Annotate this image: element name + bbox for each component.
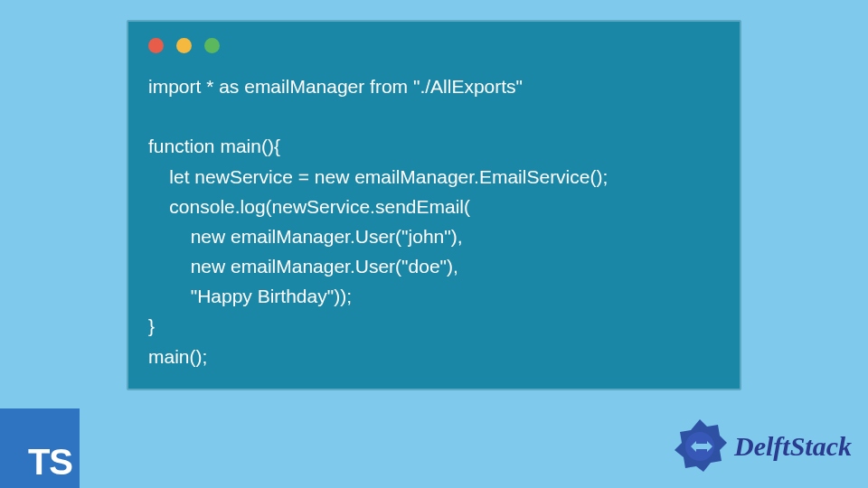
code-block: import * as emailManager from "./AllExpo…: [148, 71, 720, 371]
maximize-icon: [204, 38, 220, 53]
typescript-badge-label: TS: [28, 442, 72, 483]
window-traffic-lights: [148, 38, 720, 53]
brand-name: DelftStack: [734, 431, 852, 462]
minimize-icon: [176, 38, 192, 53]
typescript-badge: TS: [0, 408, 80, 488]
close-icon: [148, 38, 164, 53]
code-window: import * as emailManager from "./AllExpo…: [127, 20, 741, 390]
brand-logo-icon: [671, 418, 729, 475]
brand: DelftStack: [671, 418, 852, 475]
